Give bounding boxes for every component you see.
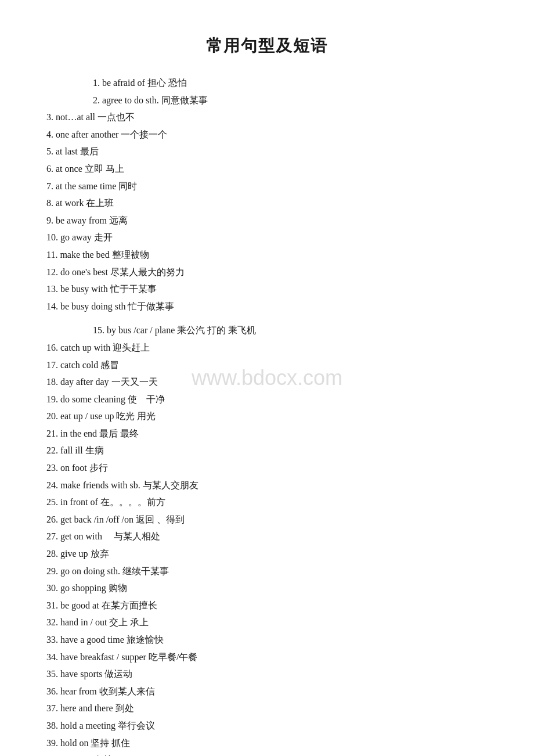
list-item: 19. do some cleaning 使 干净 bbox=[46, 391, 488, 408]
list-item: 18. day after day 一天又一天 bbox=[46, 373, 488, 391]
phrase-chinese: 举行会议 bbox=[118, 721, 155, 730]
phrase-english: hand in / out bbox=[60, 617, 109, 627]
phrase-chinese: 与某人相处 bbox=[104, 531, 160, 541]
phrase-chinese: 吃早餐/午餐 bbox=[149, 652, 197, 662]
phrase-english: have breakfast / supper bbox=[60, 652, 149, 662]
list-item: 39. hold on 坚持 抓住 bbox=[46, 735, 488, 752]
phrase-english: go on doing sth. bbox=[60, 566, 122, 576]
list-item: 12. do one's best 尽某人最大的努力 bbox=[46, 264, 488, 281]
list-item: 21. in the end 最后 最终 bbox=[46, 425, 488, 442]
phrase-number: 31. bbox=[46, 600, 60, 610]
phrase-number: 39. bbox=[46, 738, 60, 748]
phrase-chinese: 交上 承上 bbox=[109, 617, 149, 627]
phrase-english: at last bbox=[56, 146, 80, 156]
list-item: 11. make the bed 整理被物 bbox=[46, 246, 488, 264]
phrase-chinese: 坚持 抓住 bbox=[91, 738, 130, 748]
phrase-chinese: 最后 最终 bbox=[99, 429, 139, 438]
phrase-english: give up bbox=[60, 549, 91, 559]
phrase-number: 14. bbox=[46, 301, 60, 311]
phrase-number: 20. bbox=[46, 411, 60, 421]
phrase-number: 13. bbox=[46, 284, 60, 294]
list-item: 32. hand in / out 交上 承上 bbox=[46, 614, 488, 631]
phrase-english: one after another bbox=[56, 129, 121, 139]
phrase-english: agree to do sth. bbox=[102, 95, 161, 105]
phrase-english: in the end bbox=[60, 429, 99, 438]
phrase-english: at work bbox=[56, 198, 86, 208]
phrase-chinese: 感冒 bbox=[100, 360, 119, 370]
phrase-number: 23. bbox=[46, 463, 60, 473]
phrase-english: at the same time bbox=[56, 181, 118, 191]
phrase-english: in front of bbox=[60, 497, 100, 507]
phrase-english: do some cleaning bbox=[60, 394, 128, 404]
phrase-number: 21. bbox=[46, 429, 60, 438]
phrase-number: 36. bbox=[46, 686, 60, 696]
phrase-english: be busy with bbox=[60, 284, 110, 294]
phrase-chinese: 购物 bbox=[109, 583, 127, 593]
phrase-chinese: 一天又一天 bbox=[111, 377, 158, 387]
phrase-english: here and there bbox=[60, 703, 116, 713]
phrase-chinese: 迎头赶上 bbox=[113, 343, 150, 352]
list-item: 31. be good at 在某方面擅长 bbox=[46, 597, 488, 614]
list-item: 6. at once 立即 马上 bbox=[46, 160, 488, 178]
list-item: 40. hurry up 匆忙 bbox=[46, 751, 488, 756]
phrase-number: 2. bbox=[93, 95, 102, 105]
phrase-english: day after day bbox=[60, 377, 111, 387]
list-item: 13. be busy with 忙于干某事 bbox=[46, 280, 488, 298]
phrase-english: go shopping bbox=[60, 583, 109, 593]
list-item: 28. give up 放弃 bbox=[46, 545, 488, 563]
phrase-chinese: 走开 bbox=[94, 232, 113, 242]
list-item: 3. not…at all 一点也不 bbox=[46, 109, 488, 126]
phrase-chinese: 继续干某事 bbox=[122, 566, 169, 576]
phrase-english: catch cold bbox=[60, 360, 100, 370]
list-item: 7. at the same time 同时 bbox=[46, 178, 488, 195]
phrase-chinese: 同时 bbox=[118, 181, 137, 191]
list-item: 15. by bus /car / plane 乘公汽 打的 乘飞机 bbox=[46, 322, 488, 339]
phrase-list: 1. be afraid of 担心 恐怕2. agree to do sth.… bbox=[46, 74, 488, 756]
list-item: 30. go shopping 购物 bbox=[46, 579, 488, 597]
phrase-chinese: 步行 bbox=[89, 463, 108, 473]
list-item: 17. catch cold 感冒 bbox=[46, 357, 488, 374]
phrase-english: have a good time bbox=[60, 635, 127, 645]
list-item: 36. hear from 收到某人来信 bbox=[46, 683, 488, 700]
phrase-chinese: 同意做某事 bbox=[161, 95, 208, 105]
phrase-number: 12. bbox=[46, 267, 60, 277]
phrase-number: 1. bbox=[93, 78, 102, 88]
phrase-english: be away from bbox=[56, 215, 109, 225]
list-item: 24. make friends with sb. 与某人交朋友 bbox=[46, 477, 488, 494]
phrase-english: be good at bbox=[60, 600, 102, 610]
phrase-chinese: 担心 恐怕 bbox=[147, 78, 187, 88]
phrase-number: 16. bbox=[46, 343, 60, 352]
phrase-number: 38. bbox=[46, 721, 60, 730]
list-item: 25. in front of 在。。。。前方 bbox=[46, 494, 488, 511]
list-item bbox=[46, 315, 488, 322]
phrase-number: 37. bbox=[46, 703, 60, 713]
phrase-chinese: 尽某人最大的努力 bbox=[110, 267, 185, 277]
phrase-english: eat up / use up bbox=[60, 411, 116, 421]
list-item: 33. have a good time 旅途愉快 bbox=[46, 631, 488, 649]
phrase-number: 25. bbox=[46, 497, 60, 507]
phrase-english: do one's best bbox=[60, 267, 110, 277]
list-item: 26. get back /in /off /on 返回 、得到 bbox=[46, 511, 488, 528]
list-item: 27. get on with 与某人相处 bbox=[46, 528, 488, 545]
list-item: 1. be afraid of 担心 恐怕 bbox=[46, 74, 488, 92]
phrase-number: 5. bbox=[46, 146, 56, 156]
phrase-chinese: 生病 bbox=[85, 445, 104, 455]
phrase-english: make friends with sb. bbox=[60, 480, 143, 490]
list-item: 5. at last 最后 bbox=[46, 143, 488, 160]
list-item: 16. catch up with 迎头赶上 bbox=[46, 339, 488, 357]
phrase-number: 18. bbox=[46, 377, 60, 387]
phrase-chinese: 收到某人来信 bbox=[99, 686, 155, 696]
phrase-chinese: 一点也不 bbox=[98, 112, 135, 122]
phrase-english: fall ill bbox=[60, 445, 85, 455]
phrase-english: get on with bbox=[60, 531, 104, 541]
phrase-number: 11. bbox=[46, 250, 60, 260]
phrase-number: 15. bbox=[93, 325, 107, 335]
phrase-chinese: 返回 、得到 bbox=[136, 514, 185, 524]
phrase-number: 34. bbox=[46, 652, 60, 662]
phrase-english: on foot bbox=[60, 463, 89, 473]
list-item: 10. go away 走开 bbox=[46, 229, 488, 246]
phrase-english: go away bbox=[60, 232, 94, 242]
phrase-number: 6. bbox=[46, 164, 56, 174]
phrase-english: have sports bbox=[60, 669, 104, 679]
phrase-chinese: 在。。。。前方 bbox=[100, 497, 165, 507]
